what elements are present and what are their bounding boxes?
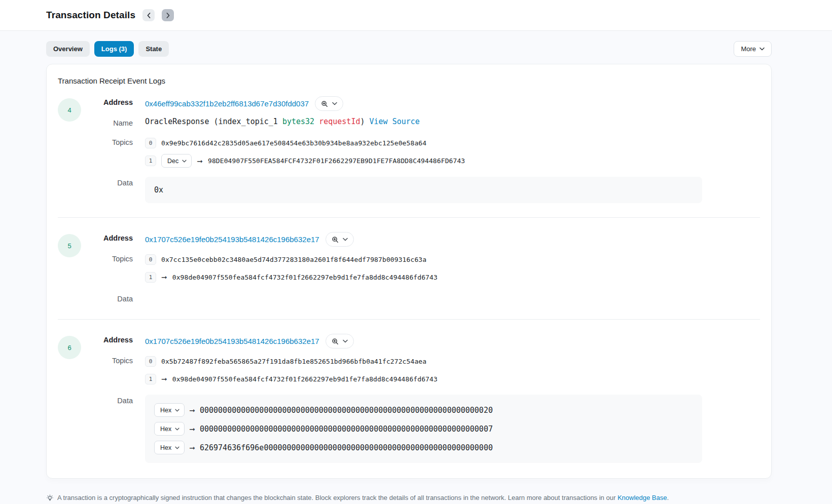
tab-state[interactable]: State [138,41,169,57]
address-zoom-dropdown[interactable] [315,96,343,111]
data-label: Data [82,177,133,187]
topic-value: 0x5b72487f892feba565865a27f191da8fb1e852… [161,358,426,365]
data-value-area [145,293,760,305]
chevron-down-icon [182,160,187,163]
knowledge-base-link[interactable]: Knowledge Base [618,494,667,501]
topic-decoder-select[interactable]: Dec [161,154,192,168]
topic-row: 0 0x5b72487f892feba565865a27f191da8fb1e8… [145,355,760,368]
log-index-column: 4 [58,96,82,203]
previous-transaction-button[interactable] [142,9,155,21]
chevron-down-icon [175,428,179,431]
topic-row: 1 ➞ 0x98de04907f550fea584fcf4732f01f2662… [145,270,760,284]
data-decoder-select[interactable]: Hex [154,441,185,454]
topic-index-badge: 0 [145,254,156,265]
tab-logs-3[interactable]: Logs (3) [94,41,134,57]
address-row: Address 0x46eff99cab332f1b2eb2ff6813d67e… [82,96,760,111]
chevron-left-icon [147,13,151,18]
event-sig-sep [314,117,319,126]
address-row: Address 0x1707c526e19fe0b254193b5481426c… [82,232,760,247]
page-title: Transaction Details [46,10,135,21]
more-dropdown-button[interactable]: More [734,41,772,57]
next-transaction-button[interactable] [162,9,174,21]
data-line: Hex ➞ 0000000000000000000000000000000000… [154,422,693,436]
chevron-down-icon [343,238,348,241]
chevron-down-icon [175,446,179,449]
data-box: 0x [145,177,702,203]
arrow-right-icon: ➞ [161,274,167,281]
data-decoder-select[interactable]: Hex [154,403,185,417]
footer-suffix: . [667,494,669,501]
chevron-down-icon [332,102,337,105]
event-signature: OracleResponse (index_topic_1 bytes32 re… [145,117,760,126]
chevron-right-icon [166,13,170,18]
address-label: Address [82,96,133,106]
topic-index-badge: 1 [145,156,156,166]
topic-row: 1 Dec ➞ 98DE04907F550FEA584FCF4732F01F26… [145,154,760,168]
topic-row: 0 0x7cc135e0cebb02c3480ae5d74d377283180a… [145,253,760,266]
zoom-in-icon [321,100,328,107]
tab-bar: OverviewLogs (3)State More [46,41,772,57]
topic-value: 0x7cc135e0cebb02c3480ae5d74d377283180a26… [161,256,426,263]
logs-list: 4 Address 0x46eff99cab332f1b2eb2ff6813d6… [58,96,760,463]
chevron-down-icon [175,409,179,412]
data-row: Data [82,293,760,305]
data-empty [145,293,760,305]
data-value: 0x [154,185,163,195]
arrow-right-icon: ➞ [197,158,203,165]
zoom-in-icon [332,338,339,345]
arrow-right-icon: ➞ [189,444,195,451]
data-line: Hex ➞ 626974636f696e00000000000000000000… [154,441,693,454]
address-zoom-dropdown[interactable] [325,334,354,348]
address-link[interactable]: 0x1707c526e19fe0b254193b5481426c196b632e… [145,235,319,244]
data-row: Data 0x [82,177,760,203]
data-value-area: Hex ➞ 0000000000000000000000000000000000… [145,395,760,463]
event-name-prefix: OracleResponse (index_topic_1 [145,117,282,126]
view-source-link[interactable]: View Source [370,117,420,126]
topic-row: 1 ➞ 0x98de04907f550fea584fcf4732f01f2662… [145,372,760,385]
chevron-down-icon [759,47,765,51]
topic-index-badge: 1 [145,374,156,384]
lightbulb-icon [46,494,54,502]
log-index-badge: 5 [58,234,81,257]
footer-tip: A transaction is a cryptographically sig… [46,494,772,502]
address-label: Address [82,334,133,344]
log-entry: 5 Address 0x1707c526e19fe0b254193b548142… [58,232,760,305]
address-row: Address 0x1707c526e19fe0b254193b5481426c… [82,334,760,348]
topic-value: 98DE04907F550FEA584FCF4732F01F2662297EB9… [208,157,465,165]
data-value: 0000000000000000000000000000000000000000… [200,424,493,434]
data-line: 0x [154,185,693,195]
data-decoder-value: Hex [160,444,171,451]
zoom-in-icon [332,236,339,243]
more-label: More [741,45,756,53]
topics-row: Topics 0 0x5b72487f892feba565865a27f191d… [82,355,760,385]
log-index-badge: 4 [58,98,81,122]
address-link[interactable]: 0x1707c526e19fe0b254193b5481426c196b632e… [145,337,319,345]
address-link[interactable]: 0x46eff99cab332f1b2eb2ff6813d67e7d30fdd0… [145,99,309,108]
page-header: Transaction Details [0,0,832,31]
name-row: Name OracleResponse (index_topic_1 bytes… [82,117,760,127]
data-line: Hex ➞ 0000000000000000000000000000000000… [154,403,693,417]
log-divider [58,217,760,218]
log-divider [58,319,760,320]
arrow-right-icon: ➞ [189,407,195,414]
topic-value: 0x98de04907f550fea584fcf4732f01f2662297e… [172,375,438,383]
topics-row: Topics 0 0x7cc135e0cebb02c3480ae5d74d377… [82,253,760,284]
address-zoom-dropdown[interactable] [325,232,354,247]
data-value: 626974636f696e00000000000000000000000000… [200,443,493,452]
event-param-name: requestId [319,117,360,126]
event-param-type: bytes32 [282,117,314,126]
log-index-column: 6 [58,334,82,463]
log-index-column: 5 [58,232,82,305]
event-logs-card: Transaction Receipt Event Logs 4 Address… [46,64,772,479]
data-box: Hex ➞ 0000000000000000000000000000000000… [145,395,702,463]
data-decoder-select[interactable]: Hex [154,422,185,436]
arrow-right-icon: ➞ [189,425,195,433]
tab-overview[interactable]: Overview [46,41,90,57]
topic-value: 0x9e9bc7616d42c2835d05ae617e508454e63b30… [161,139,426,147]
name-label: Name [82,117,133,127]
tabs: OverviewLogs (3)State [46,41,734,57]
topics-label: Topics [82,355,133,365]
address-label: Address [82,232,133,242]
card-title: Transaction Receipt Event Logs [58,76,760,85]
chevron-down-icon [343,339,348,343]
